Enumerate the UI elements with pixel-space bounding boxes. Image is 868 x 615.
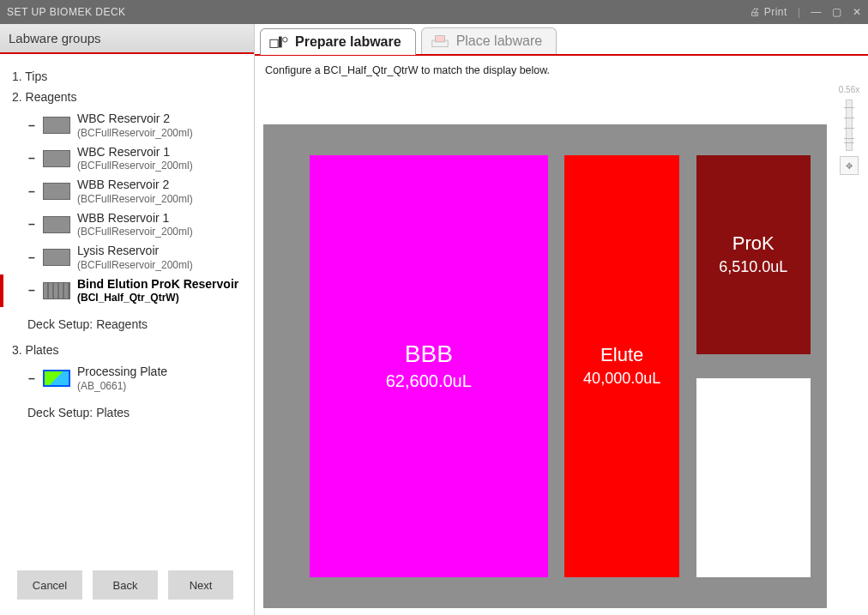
canvas: 0.56x ✥ BBB 62,600.0uL Elute 40,000.0uL	[255, 81, 868, 615]
tab-place-labware[interactable]: Place labware	[421, 27, 558, 54]
group-tips[interactable]: 1. Tips	[12, 69, 249, 83]
svg-rect-4	[435, 36, 444, 42]
deck-setup-reagents[interactable]: Deck Setup: Reagents	[27, 317, 249, 331]
tab-label: Prepare labware	[295, 34, 401, 50]
prepare-icon	[269, 34, 288, 50]
item-sub: (BCFullReservoir_200ml)	[77, 127, 193, 140]
collapse-icon[interactable]: –	[27, 250, 36, 266]
sidebar-header: Labware groups	[0, 24, 254, 54]
collapse-icon[interactable]: –	[27, 118, 36, 134]
labware-thumb	[43, 117, 70, 134]
svg-point-2	[283, 38, 288, 43]
item-sub: (BCFullReservoir_200ml)	[77, 160, 193, 172]
tab-label: Place labware	[456, 33, 543, 49]
labware-thumb	[43, 370, 70, 387]
well-name: BBB	[405, 341, 453, 368]
reagent-item-bind-elution-prok[interactable]: – Bind Elution ProK Reservoir (BCI_Half_…	[12, 274, 249, 308]
collapse-icon[interactable]: –	[27, 283, 36, 298]
well-name: ProK	[732, 232, 775, 255]
labware-thumb	[43, 282, 70, 299]
back-button[interactable]: Back	[93, 570, 158, 600]
labware-thumb	[43, 216, 70, 233]
item-sub: (BCFullReservoir_200ml)	[77, 226, 193, 238]
item-name: WBB Reservoir 1	[77, 211, 193, 226]
item-name: Processing Plate	[77, 365, 167, 380]
labware-thumb	[43, 183, 70, 200]
print-button[interactable]: 🖨 Print	[750, 6, 787, 18]
well-name: Elute	[600, 344, 643, 366]
reagent-item-wbc2[interactable]: – WBC Reservoir 2 (BCFullReservoir_200ml…	[12, 109, 249, 142]
sidebar: Labware groups 1. Tips 2. Reagents – WBC…	[0, 24, 255, 615]
item-sub: (BCI_Half_Qtr_QtrW)	[77, 292, 238, 304]
well-volume: 40,000.0uL	[583, 370, 660, 388]
tabs: Prepare labware Place labware	[255, 24, 868, 56]
item-sub: (AB_0661)	[77, 380, 167, 393]
plate-item-processing[interactable]: – Processing Plate (AB_0661)	[12, 362, 249, 395]
item-name: Bind Elution ProK Reservoir	[77, 277, 238, 292]
item-sub: (BCFullReservoir_200ml)	[77, 259, 193, 272]
place-icon	[431, 33, 449, 49]
zoom-fit-button[interactable]: ✥	[840, 156, 859, 175]
well-elute[interactable]: Elute 40,000.0uL	[564, 155, 678, 577]
deck-setup-plates[interactable]: Deck Setup: Plates	[27, 406, 249, 419]
group-plates[interactable]: 3. Plates	[12, 343, 249, 357]
next-button[interactable]: Next	[168, 570, 233, 600]
svg-rect-1	[279, 37, 282, 48]
item-name: WBB Reservoir 2	[77, 178, 193, 193]
divider: |	[798, 6, 801, 18]
main-panel: Prepare labware Place labware Configure …	[255, 24, 868, 615]
item-name: WBC Reservoir 1	[77, 145, 193, 160]
close-button[interactable]: ✕	[853, 6, 862, 18]
well-empty[interactable]	[696, 378, 811, 577]
group-reagents[interactable]: 2. Reagents	[12, 90, 249, 104]
collapse-icon[interactable]: –	[27, 371, 36, 387]
reagent-item-wbc1[interactable]: – WBC Reservoir 1 (BCFullReservoir_200ml…	[12, 142, 249, 176]
collapse-icon[interactable]: –	[27, 184, 36, 200]
deck-layout: BBB 62,600.0uL Elute 40,000.0uL ProK 6,5…	[263, 124, 827, 608]
labware-thumb	[43, 249, 70, 266]
item-name: WBC Reservoir 2	[77, 112, 193, 127]
tab-prepare-labware[interactable]: Prepare labware	[260, 28, 416, 55]
collapse-icon[interactable]: –	[27, 151, 36, 166]
zoom-control: 0.56x ✥	[834, 85, 865, 175]
well-volume: 62,600.0uL	[386, 371, 472, 391]
maximize-button[interactable]: ▢	[832, 6, 842, 18]
well-volume: 6,510.0uL	[719, 258, 787, 276]
labware-thumb	[43, 150, 70, 167]
titlebar: SET UP BIOMEK DECK 🖨 Print | — ▢ ✕	[0, 0, 868, 24]
collapse-icon[interactable]: –	[27, 217, 36, 232]
instruction-text: Configure a BCI_Half_Qtr_QtrW to match t…	[255, 56, 868, 81]
minimize-button[interactable]: —	[811, 6, 823, 18]
reagent-item-lysis[interactable]: – Lysis Reservoir (BCFullReservoir_200ml…	[12, 241, 249, 274]
well-bbb[interactable]: BBB 62,600.0uL	[310, 155, 548, 577]
item-name: Lysis Reservoir	[77, 244, 193, 259]
window-title: SET UP BIOMEK DECK	[7, 6, 126, 18]
zoom-slider[interactable]	[846, 99, 853, 151]
cancel-button[interactable]: Cancel	[17, 570, 82, 600]
item-sub: (BCFullReservoir_200ml)	[77, 193, 193, 206]
svg-rect-0	[270, 39, 278, 47]
reagent-item-wbb1[interactable]: – WBB Reservoir 1 (BCFullReservoir_200ml…	[12, 208, 249, 242]
well-prok[interactable]: ProK 6,510.0uL	[696, 155, 811, 354]
zoom-label: 0.56x	[839, 85, 859, 94]
reagent-item-wbb2[interactable]: – WBB Reservoir 2 (BCFullReservoir_200ml…	[12, 175, 249, 208]
